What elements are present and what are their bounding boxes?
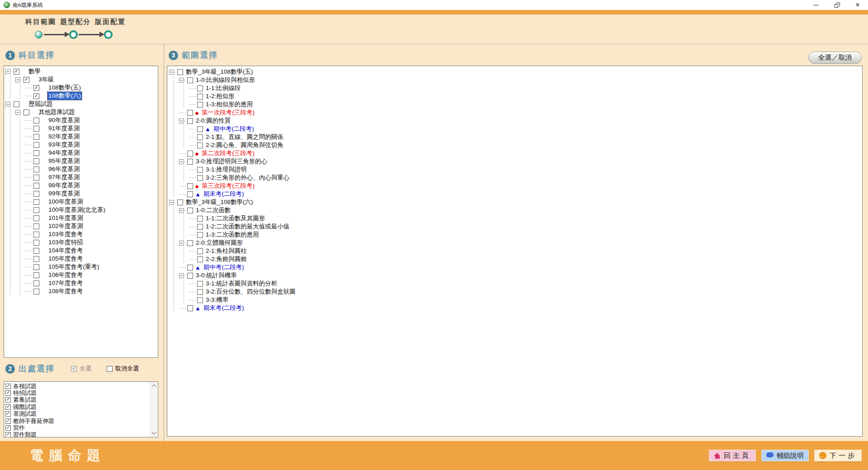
tree-checkbox[interactable] [24, 109, 29, 115]
tree-label[interactable]: 歷屆試題 [28, 100, 54, 108]
restore-button[interactable] [826, 0, 847, 10]
tree-label[interactable]: 期末考(二段考) [203, 304, 245, 312]
tree-row[interactable]: 103年度特招 [5, 238, 158, 247]
scroll-up-icon[interactable] [152, 385, 156, 389]
tree-checkbox[interactable] [33, 166, 39, 172]
tree-row[interactable]: 108數學(五) [5, 84, 158, 92]
step-circle[interactable] [70, 31, 77, 38]
tree-checkbox[interactable] [187, 305, 193, 311]
tree-label[interactable]: 108數學(五) [47, 84, 82, 92]
tree-expander-icon[interactable] [179, 208, 184, 213]
tree-label[interactable]: 期末考(二段考) [203, 190, 245, 198]
tree-row[interactable]: 3-3:機率 [169, 296, 862, 304]
tree-label[interactable]: 1-3:相似形的應用 [205, 100, 254, 109]
tree-label[interactable]: 2-1:角柱與圓柱 [205, 247, 248, 255]
tree-checkbox[interactable] [177, 69, 183, 75]
tree-checkbox[interactable] [187, 240, 193, 246]
tree-label[interactable]: 96年度基測 [47, 165, 80, 173]
tree-row[interactable]: 1-1:二次函數及其圖形 [169, 214, 862, 223]
tree-row[interactable]: 3-1:統計表圖與資料的分析 [169, 280, 862, 288]
tree-checkbox[interactable] [197, 289, 203, 295]
tree-label[interactable]: 103年度會考 [47, 230, 84, 238]
tree-row[interactable]: 94年度基測 [5, 149, 158, 157]
item-label[interactable]: 習作類題 [13, 431, 37, 437]
tree-label[interactable]: 103年度特招 [47, 238, 84, 247]
tree-expander-icon[interactable] [179, 273, 184, 278]
tree-label[interactable]: 92年度基測 [47, 133, 80, 141]
tree-row[interactable]: 104年度會考 [5, 247, 158, 255]
tree-label[interactable]: 108年度會考 [47, 287, 84, 295]
tree-checkbox[interactable] [197, 216, 203, 222]
tree-label[interactable]: 106年度會考 [47, 271, 84, 279]
tree-checkbox[interactable] [33, 183, 39, 189]
tree-checkbox[interactable] [187, 118, 193, 124]
tree-row[interactable]: 2-0:圓的性質 [169, 117, 862, 125]
tree-label[interactable]: 104年度會考 [47, 247, 84, 255]
tree-checkbox[interactable] [197, 224, 203, 230]
tree-expander-icon[interactable] [169, 200, 174, 205]
tree-label[interactable]: 3-3:機率 [205, 296, 229, 304]
tree-row[interactable]: 1-2:相似形 [169, 92, 862, 100]
tree-checkbox[interactable] [33, 150, 39, 156]
tree-label[interactable]: 100年度基測 [47, 198, 84, 206]
tree-row[interactable]: 107年度會考 [5, 279, 158, 287]
tree-label[interactable]: 1-2:相似形 [205, 92, 236, 100]
tree-label[interactable]: 數學_3年級_108數學(五) [185, 68, 254, 76]
tree-label[interactable]: 第一次段考(三段考) [201, 109, 255, 117]
tree-row[interactable]: 97年度基測 [5, 173, 158, 181]
tree-checkbox[interactable] [177, 199, 183, 205]
tree-label[interactable]: 101年度基測 [47, 214, 84, 222]
tree-label[interactable]: 108數學(六) [47, 92, 82, 100]
deselect-all-checkbox[interactable] [107, 366, 113, 372]
tree-checkbox[interactable] [187, 183, 193, 189]
list-item[interactable]: 特招試題 [5, 389, 158, 396]
tree-expander-icon[interactable] [15, 77, 20, 82]
tree-label[interactable]: 90年度基測 [47, 116, 80, 124]
tree-label[interactable]: 100年度基測(北北基) [47, 206, 106, 214]
help-button[interactable]: 輔助說明 [761, 450, 809, 461]
list-item[interactable]: 國際試題 [5, 404, 158, 410]
tree-checkbox[interactable] [197, 167, 203, 173]
tree-label[interactable]: 1-0:比例線段與相似形 [195, 76, 256, 84]
tree-label[interactable]: 2-0:立體幾何圖形 [195, 239, 244, 247]
tree-row[interactable]: 106年度會考 [5, 271, 158, 279]
tree-row[interactable]: ▲期末考(二段考) [169, 304, 862, 312]
next-button[interactable]: 下一步 [814, 450, 862, 461]
tree-label[interactable]: 1-3:二次函數的應用 [205, 231, 260, 239]
tree-row[interactable]: 99年度基測 [5, 190, 158, 198]
tree-row[interactable]: 數學_3年級_108數學(五) [169, 68, 862, 76]
select-all-label[interactable]: 全選 [80, 365, 91, 373]
tree-expander-icon[interactable] [179, 159, 184, 164]
tree-row[interactable]: 93年度基測 [5, 141, 158, 149]
tree-checkbox[interactable] [187, 273, 193, 279]
tree-row[interactable]: 105年度會考 [5, 255, 158, 263]
tree-row[interactable]: 1-2:二次函數的最大值或最小值 [169, 223, 862, 231]
tree-row[interactable]: 100年度基測(北北基) [5, 206, 158, 214]
tree-label[interactable]: 2-0:圓的性質 [195, 117, 231, 125]
tree-label[interactable]: 98年度基測 [47, 181, 80, 190]
subject-tree-box[interactable]: 數學3年級108數學(五)108數學(六)歷屆試題其他題庫試題90年度基測91年… [4, 66, 158, 358]
tree-checkbox[interactable] [33, 240, 39, 246]
tree-row[interactable]: 100年度基測 [5, 198, 158, 206]
tree-row[interactable]: 2-1:角柱與圓柱 [169, 247, 862, 255]
tree-expander-icon[interactable] [15, 110, 20, 115]
tree-label[interactable]: 3-2:三角形的外心、內心與重心 [205, 174, 290, 182]
tree-checkbox[interactable] [187, 191, 193, 197]
item-checkbox[interactable] [5, 432, 11, 437]
tree-checkbox[interactable] [33, 264, 39, 270]
tree-row[interactable]: 2-2:圓心角、圓周角與弦切角 [169, 141, 862, 149]
tree-row[interactable]: 數學 [5, 67, 158, 76]
tree-checkbox[interactable] [197, 248, 203, 254]
tree-row[interactable]: 2-1:點、直線、圓之間的關係 [169, 133, 862, 141]
tree-label[interactable]: 數學 [28, 67, 42, 76]
tree-row[interactable]: 108年度會考 [5, 287, 158, 295]
tree-checkbox[interactable] [33, 93, 39, 99]
tree-checkbox[interactable] [14, 69, 19, 75]
tree-row[interactable]: 95年度基測 [5, 157, 158, 165]
tree-checkbox[interactable] [197, 256, 203, 262]
select-all-checkbox[interactable] [71, 366, 77, 372]
tree-row[interactable]: 3-2:三角形的外心、內心與重心 [169, 174, 862, 182]
tree-label[interactable]: 3-0:統計與機率 [195, 271, 238, 280]
tree-label[interactable]: 期中考(二段考) [212, 125, 255, 133]
tree-checkbox[interactable] [33, 256, 39, 262]
